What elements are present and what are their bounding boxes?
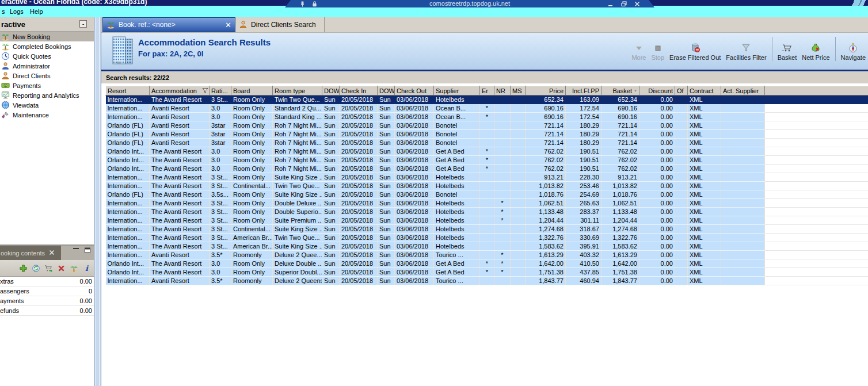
table-row[interactable]: Internation...The Avanti Resort3 St...Ro… <box>106 95 868 104</box>
table-cell <box>721 182 765 190</box>
palm-tree-icon[interactable] <box>70 264 78 273</box>
refresh-icon[interactable] <box>32 264 40 273</box>
sidebar-item-payments[interactable]: $Payments <box>0 81 94 90</box>
sidebar-item-administrator[interactable]: Administrator <box>0 61 94 71</box>
column-header-er[interactable]: Er <box>480 86 494 95</box>
column-header-basket[interactable]: Basket▼ <box>601 86 639 95</box>
add-icon[interactable] <box>19 264 28 273</box>
table-row[interactable]: Orlando Int...The Avanti Resort3.0Room O… <box>106 268 868 277</box>
list-item[interactable]: ayments0.00 <box>0 296 94 306</box>
panel-minimize-icon[interactable] <box>73 247 79 253</box>
table-cell: * <box>494 251 511 259</box>
minimize-icon[interactable] <box>607 1 614 7</box>
sidebar-item-new-booking[interactable]: New Booking <box>0 32 94 41</box>
sidebar-item-reporting-and-analytics[interactable]: Reporting and Analytics <box>0 90 94 100</box>
table-row[interactable]: Internation...The Avanti Resort3 St...Am… <box>106 242 868 251</box>
table-row[interactable]: Orlando (FL)Avanti Resort3starRoom OnlyR… <box>106 130 868 139</box>
table-cell <box>721 113 765 121</box>
basket-button[interactable]: Basket <box>778 43 797 61</box>
table-row[interactable]: Internation...Avanti Resort3.5*RoomonlyD… <box>106 251 868 259</box>
more-button[interactable]: More <box>631 43 646 61</box>
table-cell: Sun <box>322 156 340 165</box>
column-header-incl-fl-pp[interactable]: Incl.Fl.PP <box>566 86 601 95</box>
table-row[interactable]: Orlando (FL)Avanti Resort3starRoom OnlyR… <box>106 121 868 130</box>
stop-button[interactable]: Stop <box>651 43 664 61</box>
table-row[interactable]: Internation...The Avanti Resort3 St...Am… <box>106 234 868 242</box>
delete-icon[interactable] <box>57 264 66 273</box>
table-cell: 318.67 <box>566 225 601 234</box>
list-item[interactable]: xtras0.00 <box>0 277 94 286</box>
menu-item-s[interactable]: s <box>0 7 7 16</box>
column-header-discount[interactable]: Discount <box>639 86 675 95</box>
column-header-price[interactable]: Price <box>526 86 566 95</box>
panel-restore-icon[interactable] <box>84 247 91 253</box>
table-row[interactable]: Orlando (FL)Avanti Resort3starRoom OnlyR… <box>106 139 868 147</box>
column-header-rati-[interactable]: Rati... <box>210 86 231 95</box>
table-row[interactable]: Orlando Int...The Avanti Resort3.0Room O… <box>106 156 868 165</box>
table-row[interactable]: Internation...The Avanti Resort3 St...Co… <box>106 182 868 190</box>
column-header-ms[interactable]: MS <box>511 86 526 95</box>
vertical-splitter[interactable] <box>94 17 101 386</box>
column-header-accommodation[interactable]: Accommodation <box>150 86 210 95</box>
table-cell: Suite Premium ... <box>273 216 322 225</box>
palm-tree-icon <box>1 42 10 51</box>
table-cell: Roh 7 Night Mi... <box>273 130 322 139</box>
column-header-resort[interactable]: Resort <box>106 86 150 95</box>
column-header-room-type[interactable]: Room type <box>273 86 322 95</box>
close-icon[interactable] <box>634 1 641 7</box>
sidebar-item-viewdata[interactable]: Viewdata <box>0 100 94 110</box>
facilities-filter-button[interactable]: Facilities Filter <box>726 43 766 61</box>
navigate-button[interactable]: Navigate <box>841 43 866 61</box>
column-header-dow[interactable]: DOW <box>378 86 395 95</box>
table-row[interactable]: Internation...The Avanti Resort3 St...Ro… <box>106 208 868 216</box>
table-row[interactable]: Internation...Avanti Resort3.0Room OnlyS… <box>106 113 868 121</box>
filter-funnel-icon[interactable] <box>202 87 208 95</box>
table-row[interactable]: Internation...The Avanti Resort3 St...Ro… <box>106 216 868 225</box>
table-row[interactable]: Internation...The Avanti Resort3 St...Co… <box>106 225 868 234</box>
close-icon[interactable] <box>49 249 55 257</box>
info-icon[interactable]: i <box>82 264 91 273</box>
list-item[interactable]: assengers0 <box>0 286 94 296</box>
table-cell: The Avanti Resort <box>150 199 210 208</box>
column-header-act-supplier[interactable]: Act. Supplier <box>721 86 765 95</box>
column-header-check-out[interactable]: Check Out <box>395 86 434 95</box>
cart-add-icon[interactable] <box>44 264 53 273</box>
sidebar-collapse-button[interactable]: - <box>79 20 87 28</box>
nett-price-button[interactable]: Nett Price <box>802 43 829 61</box>
menu-item-help[interactable]: Help <box>28 7 45 16</box>
table-cell: 762.02 <box>601 156 639 165</box>
sidebar-item-quick-quotes[interactable]: Quick Quotes <box>0 51 94 61</box>
column-header-nr[interactable]: NR <box>494 86 511 95</box>
table-row[interactable]: Orlando (FL)The Avanti Resort3.5s...Room… <box>106 190 868 199</box>
table-row[interactable]: Internation...Avanti Resort3.5*RoomonlyD… <box>106 277 868 285</box>
close-icon[interactable]: ✕ <box>225 21 231 29</box>
table-row[interactable]: Orlando Int...The Avanti Resort3.0Room O… <box>106 147 868 156</box>
table-cell <box>675 95 688 104</box>
restore-icon[interactable] <box>620 1 627 7</box>
table-cell <box>721 225 765 234</box>
column-header-supplier[interactable]: Supplier <box>434 86 480 95</box>
tab-direct-clients-search[interactable]: Direct Clients Search <box>235 17 325 32</box>
sidebar-item-completed-bookings[interactable]: Completed Bookings <box>0 41 94 51</box>
table-row[interactable]: Internation...The Avanti Resort3 St...Ro… <box>106 199 868 208</box>
column-header-check-in[interactable]: Check In <box>340 86 378 95</box>
table-cell <box>511 95 526 104</box>
tab-booking-contents[interactable]: ooking contents <box>0 246 61 260</box>
table-cell <box>480 242 494 251</box>
table-row[interactable]: Orlando Int...The Avanti Resort3.0Room O… <box>106 165 868 173</box>
sidebar-item-maintenance[interactable]: Maintenance <box>0 110 94 120</box>
table-cell <box>721 277 765 285</box>
column-header-of[interactable]: Of <box>675 86 688 95</box>
erase-filtered-out-button[interactable]: Erase Filtered Out <box>669 43 721 61</box>
menu-item-logs[interactable]: Logs <box>8 7 25 16</box>
column-header-contract[interactable]: Contract <box>688 86 721 95</box>
column-header-board[interactable]: Board <box>231 86 273 95</box>
table-row[interactable]: Orlando Int...The Avanti Resort3.0Room O… <box>106 259 868 268</box>
table-row[interactable]: Internation...Avanti Resort3.0Room OnlyS… <box>106 104 868 113</box>
tab-book-ref-none-[interactable]: Book. ref.: <none>✕ <box>102 17 235 32</box>
table-row[interactable]: Internation...The Avanti Resort3 St...Ro… <box>106 173 868 182</box>
table-cell: 03/06/2018 <box>395 121 434 130</box>
list-item[interactable]: efunds0.00 <box>0 306 94 316</box>
sidebar-item-direct-clients[interactable]: Direct Clients <box>0 71 94 81</box>
column-header-dow[interactable]: DOW <box>322 86 340 95</box>
